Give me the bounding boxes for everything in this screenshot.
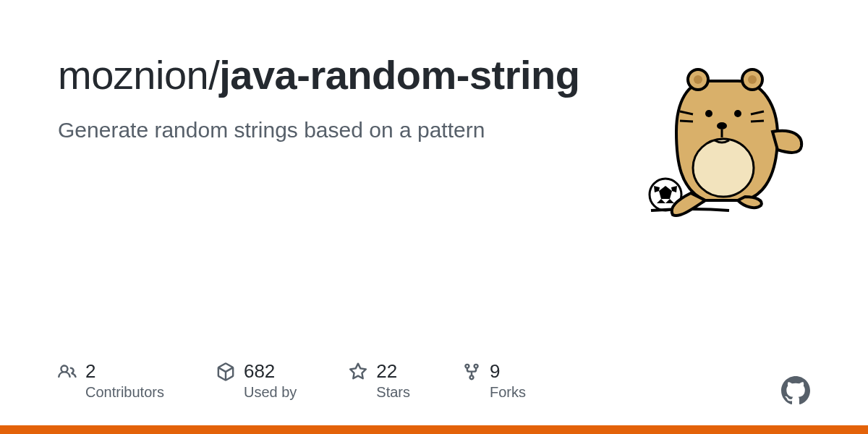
stat-contributors: 2 Contributors — [58, 360, 164, 401]
svg-point-10 — [748, 75, 757, 84]
people-icon — [58, 362, 77, 381]
fork-icon — [462, 362, 481, 381]
used-by-value: 682 — [244, 360, 275, 383]
stats-row: 2 Contributors 682 Used by 22 Stars — [58, 360, 810, 401]
stat-stars: 22 Stars — [349, 360, 410, 401]
header-row: moznion/java-random-string Generate rand… — [58, 52, 810, 226]
stars-label: Stars — [376, 384, 410, 401]
title-slash: / — [208, 52, 219, 98]
repo-card: moznion/java-random-string Generate rand… — [0, 0, 868, 434]
svg-point-11 — [705, 110, 712, 117]
package-icon — [216, 362, 235, 381]
stat-used-by: 682 Used by — [216, 360, 297, 401]
contributors-value: 2 — [85, 360, 95, 383]
repo-title: moznion/java-random-string — [58, 52, 619, 98]
stat-forks: 9 Forks — [462, 360, 526, 401]
stars-value: 22 — [376, 360, 397, 383]
forks-value: 9 — [490, 360, 500, 383]
repo-description: Generate random strings based on a patte… — [58, 116, 619, 145]
star-icon — [349, 362, 367, 381]
contributors-label: Contributors — [85, 384, 164, 401]
repo-owner: moznion — [58, 52, 208, 98]
svg-point-13 — [717, 122, 727, 129]
github-logo-icon — [781, 376, 810, 405]
forks-label: Forks — [490, 384, 526, 401]
title-block: moznion/java-random-string Generate rand… — [58, 52, 619, 145]
accent-bar — [0, 425, 868, 434]
svg-point-8 — [694, 75, 702, 84]
owner-avatar — [637, 52, 810, 226]
svg-point-12 — [734, 110, 741, 117]
svg-point-6 — [693, 139, 754, 197]
used-by-label: Used by — [244, 384, 297, 401]
repo-name: java-random-string — [219, 52, 579, 98]
